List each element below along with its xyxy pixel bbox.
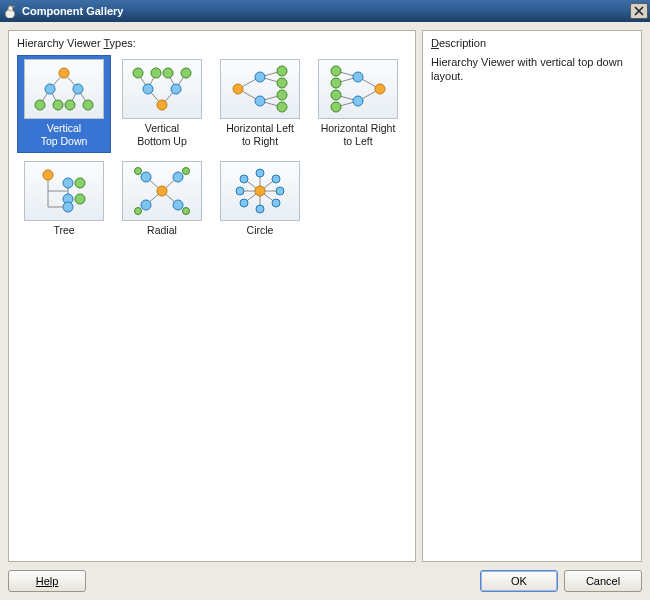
svg-point-62: [75, 178, 85, 188]
types-label-suffix: ypes:: [110, 37, 136, 49]
cancel-button[interactable]: Cancel: [564, 570, 642, 592]
svg-point-24: [133, 68, 143, 78]
types-label: Hierarchy Viewer Types:: [17, 37, 407, 49]
gallery-item-horizontal-rtl[interactable]: Horizontal Rightto Left: [311, 55, 405, 153]
svg-point-50: [331, 66, 341, 76]
svg-point-70: [141, 172, 151, 182]
ok-button[interactable]: OK: [480, 570, 558, 592]
gallery-item-tree[interactable]: Tree: [17, 157, 111, 255]
thumb-radial: [122, 161, 202, 221]
dialog-body: Hierarchy Viewer Types:: [0, 22, 650, 600]
svg-point-9: [45, 84, 55, 94]
svg-point-64: [63, 202, 73, 212]
svg-point-89: [276, 187, 284, 195]
description-label-accel: D: [431, 37, 439, 49]
svg-point-1: [8, 6, 12, 11]
svg-point-51: [331, 78, 341, 88]
svg-point-23: [171, 84, 181, 94]
thumb-vertical-bottom-up: [122, 59, 202, 119]
svg-point-35: [255, 72, 265, 82]
thumb-vertical-top-down: [24, 59, 104, 119]
svg-point-25: [151, 68, 161, 78]
svg-point-87: [256, 169, 264, 177]
svg-point-38: [277, 78, 287, 88]
svg-point-93: [236, 187, 244, 195]
svg-point-49: [353, 96, 363, 106]
titlebar: Component Gallery: [0, 0, 650, 22]
svg-point-21: [157, 100, 167, 110]
gallery-item-circle[interactable]: Circle: [213, 157, 307, 255]
gallery-item-vertical-top-down[interactable]: VerticalTop Down: [17, 55, 111, 153]
svg-point-12: [53, 100, 63, 110]
svg-point-76: [135, 208, 142, 215]
svg-point-59: [43, 170, 53, 180]
svg-point-13: [65, 100, 75, 110]
description-label: Description: [431, 37, 633, 49]
svg-point-72: [141, 200, 151, 210]
svg-point-34: [233, 84, 243, 94]
svg-point-94: [240, 175, 248, 183]
svg-point-86: [255, 186, 265, 196]
svg-point-71: [173, 172, 183, 182]
svg-point-77: [183, 208, 190, 215]
svg-point-27: [181, 68, 191, 78]
gallery-item-horizontal-ltr[interactable]: Horizontal Leftto Right: [213, 55, 307, 153]
svg-point-39: [277, 90, 287, 100]
svg-point-73: [173, 200, 183, 210]
description-text: Hierarchy Viewer with vertical top down …: [431, 55, 633, 83]
svg-point-60: [63, 178, 73, 188]
thumb-circle: [220, 161, 300, 221]
svg-point-48: [353, 72, 363, 82]
types-panel: Hierarchy Viewer Types:: [8, 30, 416, 562]
titlebar-title: Component Gallery: [22, 5, 630, 17]
svg-point-69: [157, 186, 167, 196]
close-icon[interactable]: [630, 3, 648, 19]
svg-point-53: [331, 102, 341, 112]
app-icon: [4, 4, 18, 18]
svg-point-26: [163, 68, 173, 78]
gallery-item-radial[interactable]: Radial: [115, 157, 209, 255]
svg-point-11: [35, 100, 45, 110]
svg-point-91: [256, 205, 264, 213]
thumb-horizontal-rtl: [318, 59, 398, 119]
svg-point-63: [75, 194, 85, 204]
thumb-horizontal-ltr: [220, 59, 300, 119]
help-button[interactable]: Help: [8, 570, 86, 592]
svg-point-40: [277, 102, 287, 112]
gallery-label: VerticalTop Down: [41, 122, 88, 148]
svg-point-74: [135, 168, 142, 175]
svg-point-22: [143, 84, 153, 94]
svg-point-88: [272, 175, 280, 183]
gallery-label: Circle: [247, 224, 274, 250]
svg-point-10: [73, 84, 83, 94]
svg-point-14: [83, 100, 93, 110]
svg-point-52: [331, 90, 341, 100]
gallery-label: Tree: [53, 224, 74, 250]
thumb-tree: [24, 161, 104, 221]
help-label: Help: [36, 575, 59, 587]
svg-point-90: [272, 199, 280, 207]
gallery-label: Radial: [147, 224, 177, 250]
description-label-suffix: escription: [439, 37, 486, 49]
svg-point-8: [59, 68, 69, 78]
svg-point-92: [240, 199, 248, 207]
gallery-label: Horizontal Rightto Left: [321, 122, 396, 148]
svg-point-47: [375, 84, 385, 94]
description-panel: Description Hierarchy Viewer with vertic…: [422, 30, 642, 562]
svg-point-37: [277, 66, 287, 76]
types-label-prefix: Hierarchy Viewer: [17, 37, 103, 49]
gallery-label: Horizontal Leftto Right: [226, 122, 294, 148]
svg-point-36: [255, 96, 265, 106]
gallery-label: VerticalBottom Up: [137, 122, 187, 148]
gallery-grid: VerticalTop Down: [17, 55, 407, 255]
svg-point-75: [183, 168, 190, 175]
gallery-item-vertical-bottom-up[interactable]: VerticalBottom Up: [115, 55, 209, 153]
button-row: Help OK Cancel: [8, 562, 642, 592]
main-content: Hierarchy Viewer Types:: [8, 30, 642, 562]
